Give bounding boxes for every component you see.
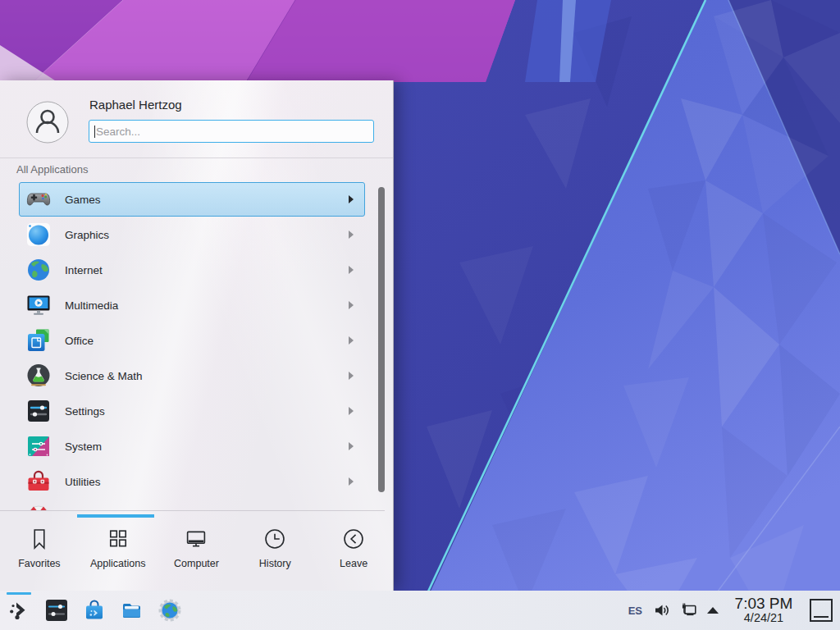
submenu-arrow-icon [349, 231, 354, 239]
network-icon[interactable] [680, 601, 698, 619]
tab-favorites[interactable]: Favorites [0, 515, 79, 591]
globe-icon [25, 257, 52, 283]
settings-sliders-icon [25, 398, 52, 424]
category-internet[interactable]: Internet [19, 253, 365, 287]
clock-date: 4/24/21 [728, 612, 799, 624]
category-label: Internet [65, 264, 103, 276]
category-label: Multimedia [65, 299, 118, 312]
show-desktop-button[interactable] [810, 599, 833, 622]
discover-icon [82, 598, 107, 623]
bookmark-icon [27, 527, 52, 551]
submenu-arrow-icon [349, 266, 354, 274]
desktop: Raphael Hertzog Search... All Applicatio… [0, 0, 840, 630]
leave-icon [341, 527, 366, 551]
paint-sphere-icon [25, 221, 52, 248]
show-desktop-glyph [814, 616, 829, 618]
category-label: Office [65, 335, 94, 347]
tab-label: Applications [90, 558, 145, 569]
file-manager-launcher[interactable] [120, 591, 144, 630]
submenu-arrow-icon [349, 301, 354, 309]
office-suite-icon [25, 327, 52, 354]
text-caret [94, 126, 95, 138]
media-player-icon [25, 292, 52, 318]
user-name: Raphael Hertzog [89, 98, 182, 112]
category-label: Graphics [65, 229, 109, 241]
category-office[interactable]: Office [19, 323, 365, 358]
category-label: Science & Math [65, 370, 143, 382]
category-label: Games [65, 194, 101, 206]
taskbar-panel: ES 7:03 PM [0, 591, 840, 630]
computer-icon [184, 527, 208, 551]
tab-label: History [259, 558, 291, 569]
folder-icon [120, 598, 144, 623]
submenu-arrow-icon [349, 442, 354, 450]
category-label: Settings [65, 405, 105, 418]
submenu-arrow-icon [349, 477, 354, 486]
system-tray: ES 7:03 PM [628, 596, 840, 624]
submenu-arrow-icon [349, 195, 354, 203]
system-settings-icon [44, 598, 69, 623]
category-label: System [65, 441, 102, 453]
volume-icon[interactable] [653, 601, 671, 619]
tab-label: Favorites [18, 558, 60, 569]
tab-leave[interactable]: Leave [314, 515, 393, 591]
list-scrollbar[interactable] [378, 187, 385, 492]
clock-time: 7:03 PM [728, 596, 799, 612]
tab-history[interactable]: History [235, 515, 314, 591]
application-launcher-menu: Raphael Hertzog Search... All Applicatio… [0, 80, 394, 591]
kde-launcher-icon [7, 598, 31, 623]
category-system[interactable]: System [19, 429, 365, 463]
launcher-tabbar: Favorites Applications Computer [0, 515, 393, 591]
system-sliders-icon [25, 433, 52, 459]
expand-tray-arrow-icon[interactable] [707, 607, 719, 614]
section-label: All Applications [16, 163, 88, 176]
toolbox-icon [25, 468, 52, 495]
active-task-indicator [7, 592, 31, 595]
app-grid-icon [106, 527, 130, 551]
digital-clock[interactable]: 7:03 PM 4/24/21 [728, 596, 799, 624]
tab-label: Computer [174, 558, 219, 569]
system-settings-launcher[interactable] [44, 591, 69, 630]
category-graphics[interactable]: Graphics [19, 217, 365, 252]
gamepad-icon [25, 186, 52, 212]
category-settings[interactable]: Settings [19, 394, 365, 428]
search-input[interactable]: Search... [89, 120, 374, 143]
tabbar-divider [0, 510, 385, 511]
category-label: Utilities [65, 476, 101, 488]
category-multimedia[interactable]: Multimedia [19, 288, 365, 322]
search-placeholder: Search... [96, 126, 140, 138]
submenu-arrow-icon [349, 372, 354, 380]
keyboard-layout-indicator[interactable]: ES [628, 605, 642, 617]
discover-launcher[interactable] [82, 591, 107, 630]
browser-globe-icon [158, 598, 182, 623]
category-help[interactable]: Help [19, 500, 365, 511]
category-list: Games Graphics [0, 181, 393, 511]
tab-label: Leave [340, 558, 368, 569]
submenu-arrow-icon [349, 407, 354, 415]
science-flask-icon [25, 363, 52, 389]
category-utilities[interactable]: Utilities [19, 464, 365, 499]
application-launcher-button[interactable] [7, 591, 31, 630]
category-science-math[interactable]: Science & Math [19, 358, 365, 393]
submenu-arrow-icon [349, 336, 354, 345]
clock-icon [262, 527, 287, 551]
category-games[interactable]: Games [19, 182, 365, 217]
user-avatar[interactable] [26, 101, 69, 144]
tab-applications[interactable]: Applications [79, 515, 158, 591]
tab-computer[interactable]: Computer [158, 515, 236, 591]
web-browser-launcher[interactable] [158, 591, 182, 630]
header-divider [0, 158, 393, 158]
